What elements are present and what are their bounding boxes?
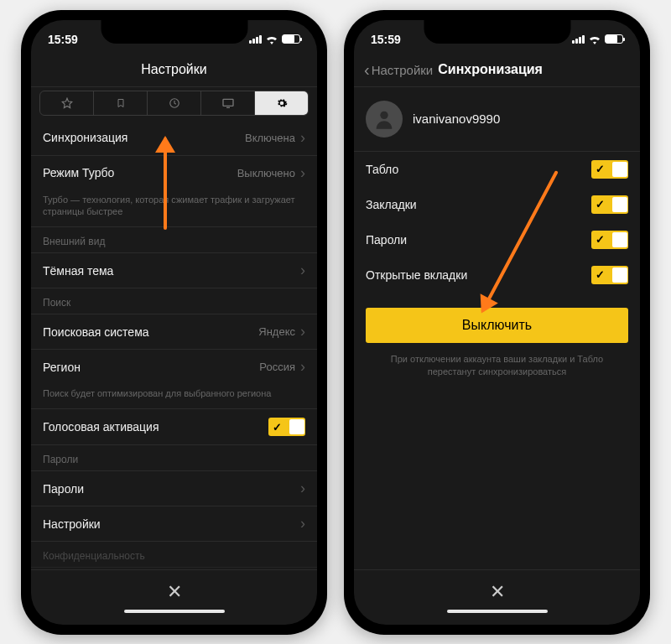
row-voice-activation[interactable]: Голосовая активация ✓ [31,409,317,445]
user-row[interactable]: ivanivanov9990 [354,87,640,152]
home-indicator[interactable] [124,610,225,613]
cellular-icon [572,35,585,44]
check-icon: ✓ [273,421,282,434]
row-value: Выключено› [237,164,305,182]
row-search-engine[interactable]: Поисковая система Яндекс› [31,314,317,350]
page-title: Синхронизация [438,62,543,77]
row-value: Включена› [245,129,305,147]
passwords-toggle[interactable]: ✓ [591,231,628,249]
row-label: Пароли [366,233,407,247]
page-title: Настройки [141,62,206,77]
toggle-knob [612,267,627,283]
home-indicator[interactable] [447,610,548,613]
row-passwords[interactable]: Пароли › [31,471,317,506]
tab-favorites[interactable] [40,91,94,115]
bottom-bar: ✕ [31,569,317,625]
check-icon: ✓ [596,198,605,210]
row-label: Тёмная тема [43,264,113,278]
nav-header: Настройки [31,54,317,87]
chevron-right-icon: › [300,164,305,182]
tab-bookmarks[interactable] [94,91,148,115]
row-label: Голосовая активация [43,420,159,434]
row-accessory: › [300,262,305,279]
phone-left: 15:59 Настройки [21,10,327,635]
row-settings[interactable]: Настройки › [31,506,317,542]
svg-rect-1 [223,99,233,106]
toggle-knob [289,419,304,434]
tablo-toggle[interactable]: ✓ [591,160,628,179]
section-appearance: Внешний вид [31,227,317,253]
section-privacy: Конфиденциальность [31,542,317,568]
battery-icon [282,34,300,44]
tab-bar [39,91,309,116]
row-value: Яндекс› [258,323,305,340]
clock-icon [169,97,180,109]
person-icon [372,107,396,131]
check-icon: ✓ [596,163,605,175]
tabs-toggle[interactable]: ✓ [591,266,628,284]
battery-icon [605,34,623,44]
chevron-right-icon: › [300,129,305,147]
back-button[interactable]: ‹Настройки [364,61,433,78]
bookmark-icon [116,97,126,109]
settings-list[interactable]: Синхронизация Включена› Режим Турбо Выкл… [31,121,317,569]
toggle-knob [612,197,627,212]
svg-point-2 [380,111,388,118]
bookmarks-toggle[interactable]: ✓ [591,195,628,214]
username: ivanivanov9990 [413,112,500,126]
voice-toggle[interactable]: ✓ [268,418,305,436]
chevron-right-icon: › [300,262,305,279]
row-accessory: › [300,480,305,497]
tab-devices[interactable] [201,91,255,115]
status-indicators [572,34,623,44]
notch [101,20,247,44]
search-description: Поиск будет оптимизирован для выбранного… [31,384,317,409]
tab-history[interactable] [148,91,201,115]
check-icon: ✓ [596,233,605,246]
row-label: Настройки [43,517,101,531]
row-turbo[interactable]: Режим Турбо Выключено› [31,156,317,190]
wifi-icon [588,34,601,44]
close-button[interactable]: ✕ [167,581,182,603]
screen-right: 15:59 ‹Настройки Синхронизация ivanivano… [354,20,640,625]
disable-button[interactable]: Выключить [366,308,628,343]
row-passwords: Пароли ✓ [354,222,640,257]
row-label: Поисковая система [43,325,149,339]
close-button[interactable]: ✕ [490,581,505,603]
row-label: Закладки [366,198,417,211]
row-label: Табло [366,163,398,176]
chevron-left-icon: ‹ [364,61,370,78]
annotation-arrow-up [164,138,167,230]
chevron-right-icon: › [300,515,305,532]
status-indicators [249,34,300,44]
status-time: 15:59 [48,33,78,46]
sync-content: ivanivanov9990 Табло ✓ Закладки ✓ Пароли… [354,87,640,569]
row-label: Синхронизация [43,131,127,144]
chevron-right-icon: › [300,323,305,340]
disable-note: При отключении аккаунта ваши закладки и … [354,353,640,379]
row-label: Режим Турбо [43,166,114,179]
avatar [366,101,403,138]
section-passwords: Пароли [31,445,317,471]
row-label: Открытые вкладки [366,268,467,282]
row-bookmarks: Закладки ✓ [354,187,640,222]
row-region[interactable]: Регион Россия› [31,350,317,384]
row-label: Пароли [43,482,84,496]
chevron-right-icon: › [300,480,305,497]
row-label: Регион [43,361,81,374]
cellular-icon [249,35,262,44]
toggle-knob [612,162,627,177]
row-value: Россия› [259,358,305,376]
tab-settings[interactable] [255,91,308,115]
notch [424,20,570,44]
section-search: Поиск [31,288,317,314]
check-icon: ✓ [596,268,605,281]
row-dark-theme[interactable]: Тёмная тема › [31,253,317,288]
phone-right: 15:59 ‹Настройки Синхронизация ivanivano… [344,10,650,635]
nav-header: ‹Настройки Синхронизация [354,54,640,87]
turbo-description: Турбо — технология, которая сжимает траф… [31,190,317,228]
star-icon [61,97,73,109]
chevron-right-icon: › [300,358,305,376]
status-time: 15:59 [371,33,401,46]
bottom-bar: ✕ [354,569,640,625]
